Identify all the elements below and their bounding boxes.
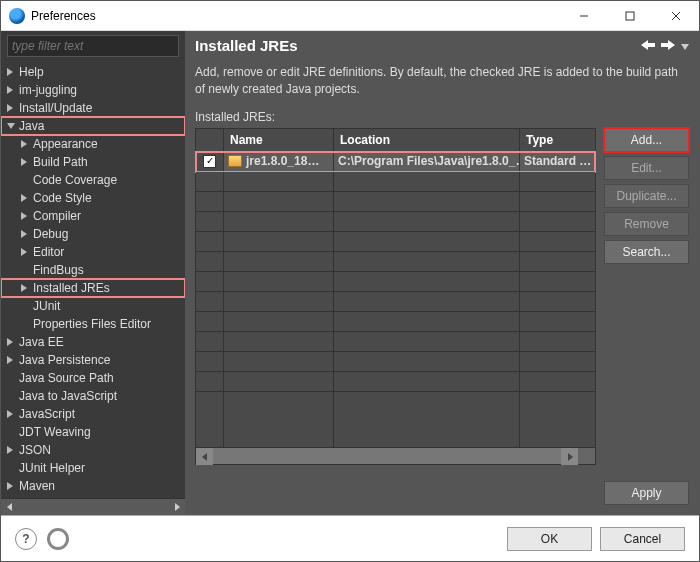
tree-item-javasrc[interactable]: Java Source Path [1, 369, 185, 387]
tree-item-junithelper[interactable]: JUnit Helper [1, 459, 185, 477]
tree-item-editor[interactable]: Editor [1, 243, 185, 261]
col-name[interactable]: Name [224, 129, 334, 152]
footer: ? OK Cancel [1, 515, 699, 561]
expand-icon [21, 194, 29, 202]
remove-button: Remove [604, 212, 689, 236]
tree-item-javascript[interactable]: JavaScript [1, 405, 185, 423]
tree-item-compiler[interactable]: Compiler [1, 207, 185, 225]
window-buttons [561, 1, 699, 31]
maximize-button[interactable] [607, 1, 653, 31]
svg-marker-6 [641, 40, 655, 50]
expand-icon [21, 230, 29, 238]
tree-item-debug[interactable]: Debug [1, 225, 185, 243]
tree-item-junit[interactable]: JUnit [1, 297, 185, 315]
expand-icon [7, 356, 15, 364]
minimize-button[interactable] [561, 1, 607, 31]
tree-item-buildpath[interactable]: Build Path [1, 153, 185, 171]
ok-button[interactable]: OK [507, 527, 592, 551]
button-column: Add... Edit... Duplicate... Remove Searc… [604, 128, 689, 465]
row-name: jre1.8.0_18… [224, 152, 334, 172]
row-checkbox[interactable]: ✓ [196, 152, 224, 172]
tree-item-java[interactable]: Java [1, 117, 185, 135]
col-type[interactable]: Type [520, 129, 595, 152]
svg-marker-9 [202, 453, 207, 461]
tree-item-jdt[interactable]: JDT Weaving [1, 423, 185, 441]
page-header: Installed JREs [185, 31, 699, 58]
col-location[interactable]: Location [334, 129, 520, 152]
apply-button[interactable]: Apply [604, 481, 689, 505]
expand-icon [21, 212, 29, 220]
tree-item-javapersist[interactable]: Java Persistence [1, 351, 185, 369]
tree-item-imjuggling[interactable]: im-juggling [1, 81, 185, 99]
app-icon [9, 8, 25, 24]
col-check[interactable] [196, 129, 224, 152]
preference-tree[interactable]: Help im-juggling Install/Update Java App… [1, 63, 185, 498]
row-type: Standard … [520, 152, 595, 172]
scroll-right-icon[interactable] [561, 448, 578, 465]
svg-marker-8 [681, 44, 689, 50]
row-location: C:\Program Files\Java\jre1.8.0_… [334, 152, 520, 172]
expand-icon [21, 140, 29, 148]
scroll-track[interactable] [213, 448, 561, 464]
expand-icon [21, 284, 29, 292]
nav-menu-icon[interactable] [681, 39, 689, 53]
close-button[interactable] [653, 1, 699, 31]
page-title: Installed JREs [195, 37, 298, 54]
tree-item-maven[interactable]: Maven [1, 477, 185, 495]
jre-icon [228, 155, 242, 167]
help-icon[interactable]: ? [15, 528, 37, 550]
tree-item-codecoverage[interactable]: Code Coverage [1, 171, 185, 189]
scroll-left-icon[interactable] [1, 499, 18, 516]
apply-row: Apply [185, 473, 699, 515]
checkbox-checked-icon: ✓ [203, 155, 216, 168]
expand-icon [7, 482, 15, 490]
svg-marker-5 [175, 503, 180, 511]
expand-icon [7, 86, 15, 94]
tree-item-propfiles[interactable]: Properties Files Editor [1, 315, 185, 333]
expand-icon [7, 68, 15, 76]
expand-icon [7, 104, 15, 112]
collapse-icon [7, 123, 15, 131]
scroll-corner [578, 448, 595, 464]
scroll-left-icon[interactable] [196, 448, 213, 465]
titlebar: Preferences [1, 1, 699, 31]
tree-item-java2js[interactable]: Java to JavaScript [1, 387, 185, 405]
tree-item-install[interactable]: Install/Update [1, 99, 185, 117]
main-panel: Installed JREs Add, remove or edit JRE d… [185, 31, 699, 515]
expand-icon [21, 158, 29, 166]
preferences-window: Preferences Help im-juggling Install/Upd… [0, 0, 700, 562]
scroll-right-icon[interactable] [168, 499, 185, 516]
table-row[interactable]: ✓ jre1.8.0_18… C:\Program Files\Java\jre… [196, 152, 595, 172]
jre-table: Name Location Type ✓ jre1.8.0_18… C:\Pro… [195, 128, 596, 465]
sidebar: Help im-juggling Install/Update Java App… [1, 31, 185, 515]
cancel-button[interactable]: Cancel [600, 527, 685, 551]
svg-rect-1 [626, 12, 634, 20]
tree-item-javaee[interactable]: Java EE [1, 333, 185, 351]
tree-item-help[interactable]: Help [1, 63, 185, 81]
add-button[interactable]: Add... [604, 128, 689, 152]
search-button[interactable]: Search... [604, 240, 689, 264]
workspace-icon[interactable] [47, 528, 69, 550]
sidebar-h-scrollbar[interactable] [1, 498, 185, 515]
expand-icon [7, 338, 15, 346]
content-area: Help im-juggling Install/Update Java App… [1, 31, 699, 515]
table-h-scrollbar[interactable] [196, 447, 595, 464]
filter-input[interactable] [7, 35, 179, 57]
edit-button: Edit... [604, 156, 689, 180]
tree-item-codestyle[interactable]: Code Style [1, 189, 185, 207]
expand-icon [21, 248, 29, 256]
nav-forward-icon[interactable] [661, 39, 675, 53]
svg-marker-4 [7, 503, 12, 511]
tree-item-findbugs[interactable]: FindBugs [1, 261, 185, 279]
tree-item-json[interactable]: JSON [1, 441, 185, 459]
jre-area: Name Location Type ✓ jre1.8.0_18… C:\Pro… [185, 128, 699, 473]
expand-icon [7, 410, 15, 418]
table-header: Name Location Type [196, 129, 595, 152]
tree-item-installed-jres[interactable]: Installed JREs [1, 279, 185, 297]
nav-back-icon[interactable] [641, 39, 655, 53]
svg-marker-10 [568, 453, 573, 461]
tree-item-appearance[interactable]: Appearance [1, 135, 185, 153]
page-description: Add, remove or edit JRE definitions. By … [185, 58, 699, 110]
duplicate-button: Duplicate... [604, 184, 689, 208]
svg-marker-7 [661, 40, 675, 50]
